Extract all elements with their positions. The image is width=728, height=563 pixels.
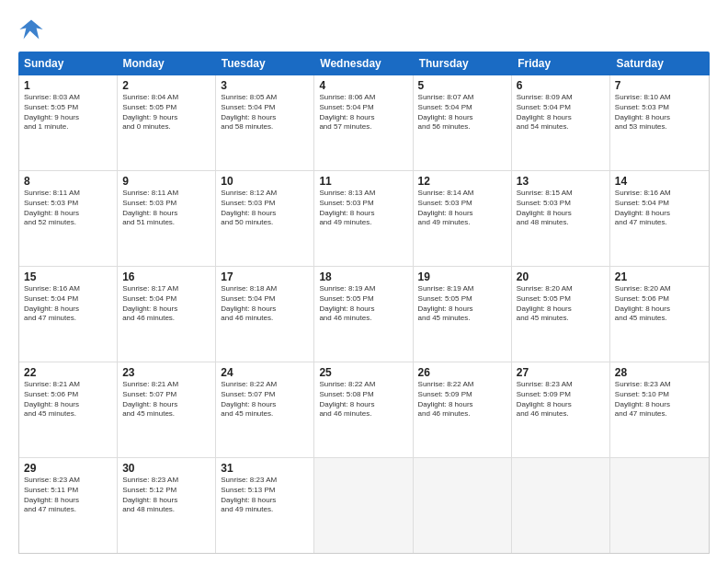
cell-line: Daylight: 8 hours xyxy=(221,400,309,410)
cell-line: Sunrise: 8:11 AM xyxy=(24,189,112,199)
cell-line: Daylight: 8 hours xyxy=(221,496,309,506)
cell-line: and 46 minutes. xyxy=(418,409,506,419)
calendar-cell xyxy=(610,458,709,553)
cell-line: Daylight: 8 hours xyxy=(122,400,210,410)
calendar-row-4: 22Sunrise: 8:21 AMSunset: 5:06 PMDayligh… xyxy=(19,362,709,458)
day-number: 12 xyxy=(418,175,506,188)
day-number: 18 xyxy=(319,270,407,283)
cell-line: and 47 minutes. xyxy=(615,409,704,419)
calendar-cell xyxy=(314,458,413,553)
cell-line: Sunrise: 8:22 AM xyxy=(221,380,309,390)
cell-line: Sunset: 5:04 PM xyxy=(24,294,112,304)
calendar-cell: 3Sunrise: 8:05 AMSunset: 5:04 PMDaylight… xyxy=(216,75,314,170)
day-number: 19 xyxy=(418,270,506,283)
calendar-cell: 11Sunrise: 8:13 AMSunset: 5:03 PMDayligh… xyxy=(314,171,413,266)
calendar-row-1: 1Sunrise: 8:03 AMSunset: 5:05 PMDaylight… xyxy=(19,75,709,171)
day-number: 30 xyxy=(122,462,210,475)
cell-line: and 0 minutes. xyxy=(122,122,210,132)
cell-line: Sunrise: 8:22 AM xyxy=(319,380,407,390)
day-number: 25 xyxy=(319,366,407,379)
cell-line: Sunset: 5:05 PM xyxy=(418,294,506,304)
cell-line: Daylight: 8 hours xyxy=(517,209,605,219)
cell-line: Sunset: 5:07 PM xyxy=(122,390,210,400)
page: SundayMondayTuesdayWednesdayThursdayFrid… xyxy=(0,0,728,563)
calendar-body: 1Sunrise: 8:03 AMSunset: 5:05 PMDaylight… xyxy=(18,75,710,554)
day-number: 10 xyxy=(221,175,309,188)
day-number: 27 xyxy=(517,366,605,379)
calendar-cell: 13Sunrise: 8:15 AMSunset: 5:03 PMDayligh… xyxy=(512,171,610,266)
cell-line: Sunrise: 8:03 AM xyxy=(24,93,112,103)
calendar-cell xyxy=(512,458,610,553)
day-number: 16 xyxy=(122,270,210,283)
cell-line: and 52 minutes. xyxy=(24,218,112,228)
cell-line: Sunrise: 8:21 AM xyxy=(122,380,210,390)
calendar-cell: 22Sunrise: 8:21 AMSunset: 5:06 PMDayligh… xyxy=(19,362,118,457)
day-number: 9 xyxy=(122,175,210,188)
cell-line: Daylight: 8 hours xyxy=(24,496,112,506)
day-number: 1 xyxy=(24,79,112,92)
cell-line: Sunset: 5:11 PM xyxy=(24,486,112,496)
cell-line: and 48 minutes. xyxy=(122,505,210,515)
cell-line: Daylight: 8 hours xyxy=(24,304,112,315)
cell-line: Sunset: 5:05 PM xyxy=(517,294,605,304)
cell-line: Sunrise: 8:11 AM xyxy=(122,189,210,199)
cell-line: and 53 minutes. xyxy=(615,122,704,132)
cell-line: Daylight: 8 hours xyxy=(615,113,704,123)
cell-line: Daylight: 8 hours xyxy=(418,304,506,315)
calendar-cell: 1Sunrise: 8:03 AMSunset: 5:05 PMDaylight… xyxy=(19,75,118,170)
calendar-cell: 29Sunrise: 8:23 AMSunset: 5:11 PMDayligh… xyxy=(19,458,118,553)
cell-line: Sunrise: 8:22 AM xyxy=(418,380,506,390)
cell-line: Daylight: 8 hours xyxy=(122,304,210,315)
cell-line: Daylight: 9 hours xyxy=(24,113,112,123)
cell-line: Daylight: 9 hours xyxy=(122,113,210,123)
cell-line: Sunrise: 8:23 AM xyxy=(24,476,112,486)
cell-line: Daylight: 8 hours xyxy=(319,209,407,219)
cell-line: Daylight: 8 hours xyxy=(418,400,506,410)
cell-line: Daylight: 8 hours xyxy=(24,209,112,219)
day-number: 21 xyxy=(615,270,704,283)
header-day-sunday: Sunday xyxy=(18,52,117,75)
cell-line: Sunset: 5:13 PM xyxy=(221,486,309,496)
cell-line: Sunrise: 8:06 AM xyxy=(319,93,407,103)
cell-line: Sunset: 5:12 PM xyxy=(122,486,210,496)
cell-line: Sunrise: 8:20 AM xyxy=(615,284,704,294)
cell-line: Sunrise: 8:20 AM xyxy=(517,284,605,294)
calendar-cell: 21Sunrise: 8:20 AMSunset: 5:06 PMDayligh… xyxy=(610,267,709,362)
calendar-cell: 2Sunrise: 8:04 AMSunset: 5:05 PMDaylight… xyxy=(118,75,216,170)
header-day-wednesday: Wednesday xyxy=(314,52,413,75)
cell-line: Sunset: 5:04 PM xyxy=(418,103,506,113)
day-number: 8 xyxy=(24,175,112,188)
cell-line: Sunset: 5:05 PM xyxy=(122,103,210,113)
day-number: 13 xyxy=(517,175,605,188)
cell-line: Sunset: 5:04 PM xyxy=(517,103,605,113)
cell-line: and 49 minutes. xyxy=(319,218,407,228)
cell-line: Sunrise: 8:05 AM xyxy=(221,93,309,103)
cell-line: Daylight: 8 hours xyxy=(517,304,605,315)
day-number: 15 xyxy=(24,270,112,283)
cell-line: Daylight: 8 hours xyxy=(615,400,704,410)
cell-line: Sunset: 5:07 PM xyxy=(221,390,309,400)
calendar-cell: 14Sunrise: 8:16 AMSunset: 5:04 PMDayligh… xyxy=(610,171,709,266)
calendar-cell: 9Sunrise: 8:11 AMSunset: 5:03 PMDaylight… xyxy=(118,171,216,266)
cell-line: Sunset: 5:09 PM xyxy=(418,390,506,400)
logo xyxy=(18,17,48,42)
day-number: 14 xyxy=(615,175,704,188)
calendar-cell: 6Sunrise: 8:09 AMSunset: 5:04 PMDaylight… xyxy=(512,75,610,170)
calendar-cell: 15Sunrise: 8:16 AMSunset: 5:04 PMDayligh… xyxy=(19,267,118,362)
cell-line: Sunrise: 8:23 AM xyxy=(122,476,210,486)
svg-marker-0 xyxy=(19,20,42,40)
calendar-cell: 17Sunrise: 8:18 AMSunset: 5:04 PMDayligh… xyxy=(216,267,314,362)
cell-line: and 46 minutes. xyxy=(517,409,605,419)
cell-line: Sunset: 5:04 PM xyxy=(221,103,309,113)
cell-line: and 45 minutes. xyxy=(122,409,210,419)
cell-line: Sunset: 5:04 PM xyxy=(319,103,407,113)
cell-line: Sunrise: 8:13 AM xyxy=(319,189,407,199)
header xyxy=(18,17,710,42)
cell-line: Sunset: 5:04 PM xyxy=(122,294,210,304)
cell-line: Sunset: 5:04 PM xyxy=(615,199,704,209)
cell-line: and 46 minutes. xyxy=(319,409,407,419)
cell-line: Sunrise: 8:19 AM xyxy=(319,284,407,294)
cell-line: Sunrise: 8:09 AM xyxy=(517,93,605,103)
day-number: 6 xyxy=(517,79,605,92)
day-number: 11 xyxy=(319,175,407,188)
